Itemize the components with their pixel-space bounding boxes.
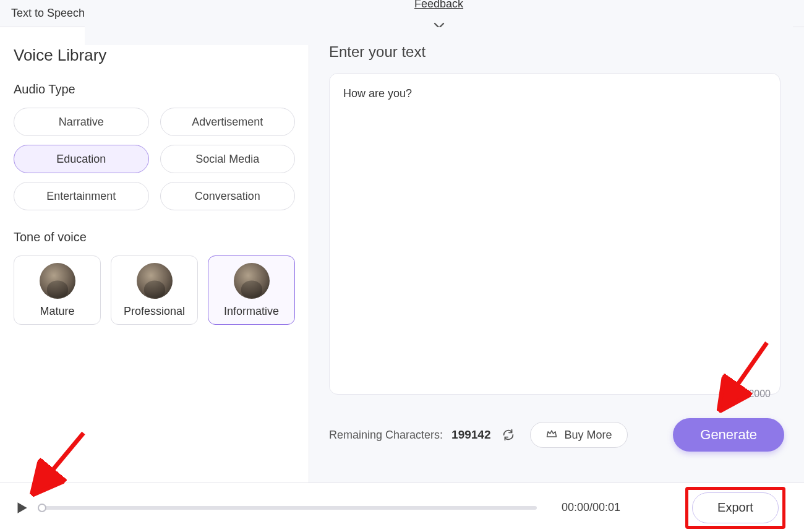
remaining-value: 199142: [451, 428, 490, 442]
audio-type-entertainment[interactable]: Entertainment: [14, 182, 149, 210]
audio-type-social-media[interactable]: Social Media: [160, 145, 296, 173]
avatar: [137, 263, 173, 299]
tone-label: Mature: [40, 305, 74, 318]
tone-informative[interactable]: Informative: [208, 255, 295, 325]
tone-row: MatureProfessionalInformative: [14, 255, 295, 325]
audio-type-narrative[interactable]: Narrative: [14, 108, 149, 136]
voice-library-panel: Voice Library Audio Type NarrativeAdvert…: [0, 27, 309, 483]
remaining-label: Remaining Characters:: [329, 429, 443, 442]
tone-label: Tone of voice: [14, 230, 295, 244]
export-highlight: Export: [685, 487, 785, 529]
app-title: Text to Speech: [11, 7, 85, 20]
seek-thumb[interactable]: [38, 504, 46, 512]
refresh-icon[interactable]: [502, 428, 515, 442]
audio-type-advertisement[interactable]: Advertisement: [160, 108, 296, 136]
play-icon[interactable]: [14, 500, 30, 516]
export-button[interactable]: Export: [692, 492, 779, 523]
crown-icon: [545, 427, 558, 443]
feedback-link[interactable]: Feedback: [414, 0, 463, 11]
audio-type-grid: NarrativeAdvertisementEducationSocial Me…: [14, 108, 295, 210]
voice-library-title: Voice Library: [14, 46, 295, 65]
main-area: Voice Library Audio Type NarrativeAdvert…: [0, 27, 804, 483]
text-panel: Enter your text 12/2000 Remaining Charac…: [309, 27, 804, 483]
generate-button[interactable]: Generate: [673, 418, 784, 452]
tone-professional[interactable]: Professional: [111, 255, 198, 325]
time-display: 00:00/00:01: [562, 501, 620, 514]
tone-label: Professional: [124, 305, 185, 318]
audio-type-conversation[interactable]: Conversation: [160, 182, 296, 210]
buy-more-button[interactable]: Buy More: [530, 422, 627, 448]
avatar: [40, 263, 75, 299]
tone-label: Informative: [224, 305, 279, 318]
player-bar: 00:00/00:01 Export: [0, 483, 804, 532]
text-input[interactable]: [329, 73, 780, 395]
audio-type-label: Audio Type: [14, 82, 295, 97]
avatar: [234, 263, 270, 299]
app-header: Text to Speech Feedback: [0, 0, 804, 27]
enter-text-label: Enter your text: [329, 43, 784, 61]
char-counter: 12/2000: [735, 388, 771, 400]
buy-more-label: Buy More: [564, 429, 612, 442]
audio-type-education[interactable]: Education: [14, 145, 149, 173]
seek-track[interactable]: [42, 506, 537, 510]
tone-mature[interactable]: Mature: [14, 255, 101, 325]
